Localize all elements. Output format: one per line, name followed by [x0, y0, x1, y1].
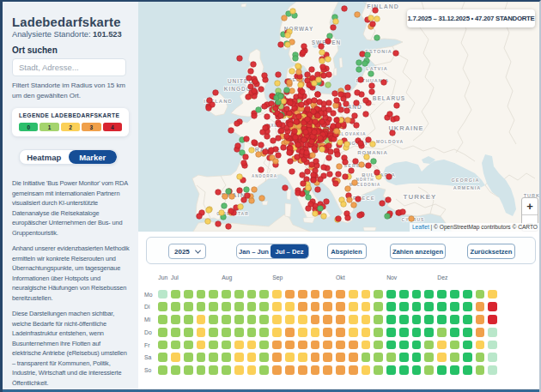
map-marker[interactable] — [358, 77, 364, 83]
calendar-cell[interactable] — [259, 365, 269, 375]
map-marker[interactable] — [315, 72, 321, 78]
map-marker[interactable] — [294, 119, 300, 125]
calendar-cell[interactable] — [247, 328, 257, 337]
calendar-cell[interactable] — [349, 328, 358, 337]
calendar-cell[interactable] — [171, 365, 180, 375]
calendar-cell[interactable] — [234, 328, 244, 337]
calendar-cell[interactable] — [488, 365, 497, 375]
map-marker[interactable] — [284, 106, 290, 112]
calendar-cell[interactable] — [450, 328, 459, 337]
calendar-cell[interactable] — [197, 290, 206, 299]
map-marker[interactable] — [262, 73, 268, 79]
map-marker[interactable] — [358, 141, 364, 147]
calendar-cell[interactable] — [424, 341, 434, 350]
calendar-cell[interactable] — [311, 353, 320, 362]
calendar-cell[interactable] — [412, 365, 422, 375]
calendar-cell[interactable] — [222, 315, 231, 324]
map-marker[interactable] — [298, 82, 304, 88]
map-marker[interactable] — [237, 174, 243, 180]
map-marker[interactable] — [264, 114, 270, 120]
calendar-cell[interactable] — [374, 290, 383, 299]
calendar-cell[interactable] — [386, 341, 396, 350]
calendar-cell[interactable] — [362, 328, 371, 337]
map-marker[interactable] — [334, 118, 340, 124]
map-marker[interactable] — [287, 80, 293, 86]
map-marker[interactable] — [300, 191, 306, 197]
map-marker[interactable] — [333, 103, 339, 109]
map-marker[interactable] — [325, 39, 331, 45]
calendar-cell[interactable] — [285, 302, 295, 311]
calendar-cell[interactable] — [209, 328, 218, 337]
calendar-cell[interactable] — [272, 328, 282, 337]
calendar-cell[interactable] — [222, 341, 231, 350]
map-marker[interactable] — [258, 167, 264, 173]
calendar-cell[interactable] — [197, 315, 206, 324]
map-marker[interactable] — [296, 69, 302, 75]
calendar-cell[interactable] — [209, 302, 218, 311]
map-marker[interactable] — [363, 112, 369, 118]
heatmap-toggle-button[interactable]: Heatmap — [20, 150, 69, 164]
map-marker[interactable] — [273, 159, 279, 165]
map-marker[interactable] — [283, 185, 289, 191]
calendar-cell[interactable] — [336, 365, 345, 375]
calendar-cell[interactable] — [424, 302, 434, 311]
map-marker[interactable] — [305, 72, 311, 78]
map-marker[interactable] — [300, 172, 306, 178]
show-numbers-button[interactable]: Zahlen anzeigen — [390, 244, 446, 259]
search-input[interactable] — [12, 58, 126, 76]
calendar-cell[interactable] — [450, 365, 459, 375]
calendar-cell[interactable] — [362, 290, 371, 299]
map-marker[interactable] — [278, 93, 284, 100]
calendar-cell[interactable] — [272, 302, 282, 311]
map-marker[interactable] — [251, 62, 257, 68]
calendar-cell[interactable] — [476, 353, 485, 362]
calendar-cell[interactable] — [437, 302, 447, 311]
map-marker[interactable] — [237, 56, 243, 62]
map-marker[interactable] — [219, 210, 225, 216]
calendar-cell[interactable] — [488, 315, 497, 324]
calendar-cell[interactable] — [386, 315, 396, 324]
calendar-cell[interactable] — [424, 315, 434, 324]
map-marker[interactable] — [205, 219, 211, 225]
calendar-cell[interactable] — [386, 290, 396, 299]
map-marker[interactable] — [400, 209, 406, 215]
map-marker[interactable] — [276, 153, 282, 159]
map-marker[interactable] — [366, 137, 372, 143]
calendar-cell[interactable] — [171, 341, 180, 350]
calendar-cell[interactable] — [311, 315, 320, 324]
map-marker[interactable] — [278, 113, 284, 119]
map-marker[interactable] — [334, 98, 340, 104]
map-marker[interactable] — [345, 215, 351, 221]
map-marker[interactable] — [282, 15, 288, 21]
map-marker[interactable] — [279, 128, 285, 134]
map-marker[interactable] — [292, 129, 298, 135]
calendar-cell[interactable] — [184, 315, 193, 324]
map-marker[interactable] — [332, 91, 338, 97]
calendar-cell[interactable] — [298, 328, 307, 337]
map-marker[interactable] — [229, 194, 235, 200]
map-marker[interactable] — [373, 8, 379, 14]
calendar-cell[interactable] — [259, 341, 269, 350]
jan-jun-toggle-button[interactable]: Jan – Jun — [237, 244, 270, 258]
map-marker[interactable] — [370, 21, 376, 27]
calendar-cell[interactable] — [412, 290, 422, 299]
calendar-cell[interactable] — [476, 290, 485, 299]
map-marker[interactable] — [355, 90, 361, 96]
calendar-cell[interactable] — [463, 315, 472, 324]
map-marker[interactable] — [363, 98, 369, 104]
map-marker[interactable] — [394, 116, 400, 122]
map-marker[interactable] — [222, 203, 228, 209]
calendar-cell[interactable] — [437, 353, 447, 362]
map-marker[interactable] — [327, 33, 333, 39]
map-marker[interactable] — [349, 168, 355, 174]
calendar-cell[interactable] — [349, 315, 358, 324]
calendar-cell[interactable] — [234, 315, 244, 324]
calendar-cell[interactable] — [349, 365, 358, 375]
calendar-cell[interactable] — [323, 341, 332, 350]
map-marker[interactable] — [306, 185, 312, 191]
calendar-cell[interactable] — [222, 328, 231, 337]
calendar-cell[interactable] — [158, 328, 167, 337]
calendar-cell[interactable] — [336, 315, 345, 324]
calendar-cell[interactable] — [323, 365, 332, 375]
map-marker[interactable] — [368, 15, 374, 21]
